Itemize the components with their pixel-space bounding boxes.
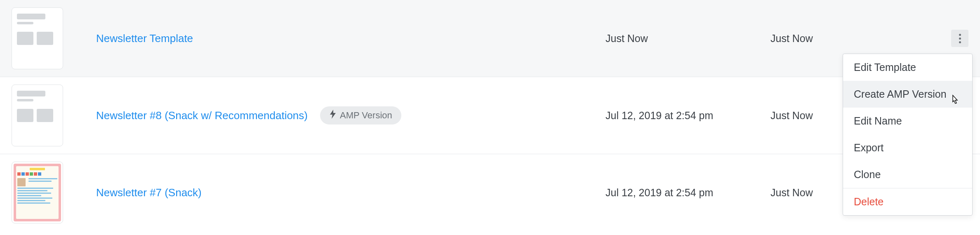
created-cell: Jul 12, 2019 at 2:54 pm (605, 187, 770, 199)
created-cell: Just Now (605, 33, 770, 45)
table-row: Newsletter #7 (Snack) Jul 12, 2019 at 2:… (0, 154, 980, 231)
templates-table: Newsletter Template Just Now Just Now Ed… (0, 0, 980, 231)
row-actions-dropdown: Edit Template Create AMP Version Edit Na… (843, 54, 973, 216)
template-thumbnail[interactable] (12, 7, 63, 69)
template-name-link[interactable]: Newsletter #8 (Snack w/ Recommendations) (96, 109, 308, 122)
menu-export[interactable]: Export (843, 134, 972, 161)
table-row: Newsletter #8 (Snack w/ Recommendations)… (0, 77, 980, 154)
name-cell: Newsletter #7 (Snack) (96, 186, 605, 199)
updated-cell: Just Now (770, 33, 935, 45)
amp-badge-label: AMP Version (340, 110, 392, 121)
cursor-pointer-icon (950, 94, 960, 108)
name-cell: Newsletter #8 (Snack w/ Recommendations)… (96, 106, 605, 125)
template-thumbnail[interactable] (12, 85, 63, 146)
template-thumbnail[interactable] (12, 162, 63, 223)
menu-create-amp-version[interactable]: Create AMP Version (843, 81, 972, 108)
table-row: Newsletter Template Just Now Just Now Ed… (0, 0, 980, 77)
menu-edit-name[interactable]: Edit Name (843, 108, 972, 134)
menu-clone[interactable]: Clone (843, 161, 972, 188)
kebab-menu-button[interactable] (951, 30, 968, 47)
amp-version-badge[interactable]: AMP Version (320, 106, 401, 125)
created-cell: Jul 12, 2019 at 2:54 pm (605, 110, 770, 122)
menu-delete[interactable]: Delete (843, 188, 972, 215)
menu-edit-template[interactable]: Edit Template (843, 54, 972, 81)
bolt-icon (329, 110, 337, 121)
menu-create-amp-label: Create AMP Version (854, 88, 947, 100)
more-vertical-icon (959, 34, 961, 43)
template-name-link[interactable]: Newsletter #7 (Snack) (96, 186, 202, 199)
name-cell: Newsletter Template (96, 32, 605, 45)
template-name-link[interactable]: Newsletter Template (96, 32, 193, 45)
actions-cell (935, 30, 968, 47)
